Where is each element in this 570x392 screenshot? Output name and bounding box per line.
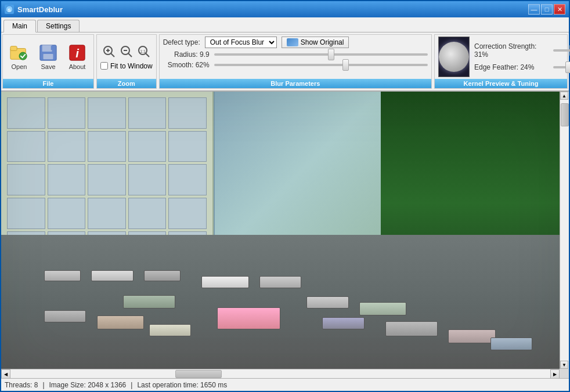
close-button[interactable]: ✕	[554, 4, 565, 14]
separator-1: |	[42, 381, 44, 389]
window-2	[48, 97, 86, 129]
smooth-row: Smooth: 62%	[163, 61, 428, 69]
smooth-label: Smooth: 62%	[163, 61, 210, 69]
status-bar: Threads: 8 | Image Size: 2048 x 1366 | L…	[1, 378, 569, 391]
car-12	[322, 317, 364, 329]
file-section-label: File	[3, 79, 93, 88]
show-original-button[interactable]: Show Original	[282, 37, 349, 48]
svg-line-20	[146, 53, 149, 57]
window-title: SmartDeblur	[17, 5, 63, 14]
image-size-info: Image Size: 2048 x 1366	[49, 381, 127, 389]
car-8	[97, 315, 144, 329]
kernel-preview	[438, 37, 470, 77]
radius-row: Radius: 9.9	[163, 50, 428, 59]
correction-strength-row: Correction Strength: 31%	[474, 42, 570, 59]
svg-line-17	[128, 53, 132, 57]
scrollbar-corner	[560, 369, 569, 378]
zoom-out-icon	[120, 45, 133, 60]
separator-2: |	[131, 381, 132, 389]
car-5	[259, 276, 301, 288]
window-19	[128, 198, 167, 229]
scene	[1, 92, 560, 378]
smooth-slider[interactable]	[214, 64, 428, 66]
file-section: Open Save	[2, 34, 94, 89]
car-15	[490, 337, 532, 350]
car-1	[44, 270, 81, 281]
svg-text:1:1: 1:1	[140, 49, 146, 53]
defect-type-label: Defect type:	[163, 38, 200, 46]
zoom-in-button[interactable]	[102, 44, 117, 61]
car-3	[144, 270, 181, 281]
toolbar-row: Open Save	[1, 32, 569, 90]
kernel-section: Correction Strength: 31% Edge Feather: 2…	[434, 34, 568, 89]
correction-strength-slider[interactable]	[553, 49, 570, 52]
window-6	[7, 131, 45, 162]
zoom-section-label: Zoom	[97, 79, 156, 88]
open-button[interactable]: Open	[6, 42, 32, 71]
window-10	[168, 131, 207, 162]
zoom-section-body: 1:1 Fit to Window	[97, 35, 156, 79]
window-14	[128, 164, 167, 195]
blur-params-body: Defect type: Out of Focus Blur Motion Bl…	[160, 35, 431, 79]
save-button[interactable]: Save	[35, 42, 61, 71]
about-button[interactable]: i About	[64, 42, 90, 71]
kernel-tuning: Correction Strength: 31% Edge Feather: 2…	[474, 42, 570, 71]
horizontal-scrollbar[interactable]: ◀ ▶	[1, 369, 560, 378]
scroll-left-arrow[interactable]: ◀	[1, 369, 10, 378]
svg-rect-7	[44, 54, 53, 59]
car-2	[91, 270, 133, 281]
car-13	[385, 321, 438, 336]
tab-settings[interactable]: Settings	[37, 20, 80, 32]
blur-params-section: Defect type: Out of Focus Blur Motion Bl…	[159, 34, 432, 89]
window-8	[88, 131, 126, 162]
svg-rect-8	[51, 46, 53, 50]
window-4	[128, 97, 167, 129]
scroll-up-arrow[interactable]: ▲	[560, 92, 568, 100]
window-17	[48, 198, 86, 229]
title-controls: — □ ✕	[528, 4, 565, 14]
blur-params-label: Blur Parameters	[160, 79, 431, 88]
correction-strength-label: Correction Strength: 31%	[474, 42, 550, 59]
svg-rect-3	[10, 46, 17, 51]
vertical-scrollbar[interactable]: ▲ ▼	[560, 92, 569, 369]
fit-to-window-checkbox[interactable]	[100, 62, 108, 70]
open-icon	[10, 43, 28, 62]
window-20	[168, 198, 207, 229]
minimize-button[interactable]: —	[528, 4, 540, 14]
svg-text:S: S	[8, 8, 11, 13]
defect-type-select[interactable]: Out of Focus Blur Motion Blur Gaussian B…	[205, 37, 277, 48]
maximize-button[interactable]: □	[541, 4, 553, 14]
zoom-out-button[interactable]	[119, 44, 134, 61]
app-icon: S	[5, 5, 14, 14]
zoom-in-icon	[103, 45, 116, 60]
car-10	[306, 296, 348, 308]
window-16	[7, 198, 45, 229]
show-original-icon	[287, 38, 298, 46]
zoom-reset-icon: 1:1	[138, 45, 150, 60]
edge-feather-label: Edge Feather: 24%	[474, 63, 550, 71]
car-7	[44, 310, 86, 322]
file-section-body: Open Save	[3, 35, 93, 79]
window-12	[48, 164, 86, 195]
canvas-area[interactable]: ▲ ▼ ◀ ▶	[1, 92, 569, 378]
scroll-h-thumb[interactable]	[175, 370, 222, 378]
car-11	[359, 302, 406, 316]
radius-slider[interactable]	[214, 53, 428, 56]
tab-main[interactable]: Main	[3, 20, 36, 32]
threads-info: Threads: 8	[5, 381, 38, 389]
scroll-right-arrow[interactable]: ▶	[550, 369, 560, 378]
fit-to-window-label: Fit to Window	[110, 62, 153, 70]
window-18	[88, 198, 126, 229]
main-window: S SmartDeblur — □ ✕ Main Settings	[0, 0, 570, 392]
window-13	[88, 164, 126, 195]
zoom-reset-button[interactable]: 1:1	[136, 44, 151, 61]
svg-line-14	[111, 53, 114, 57]
title-bar: S SmartDeblur — □ ✕	[1, 1, 569, 17]
window-7	[48, 131, 86, 162]
scroll-down-arrow[interactable]: ▼	[560, 361, 568, 369]
kernel-section-body: Correction Strength: 31% Edge Feather: 2…	[435, 35, 567, 79]
edge-feather-slider[interactable]	[553, 66, 570, 68]
title-bar-left: S SmartDeblur	[5, 5, 63, 14]
car-4	[201, 276, 248, 288]
scroll-v-thumb[interactable]	[561, 103, 569, 126]
